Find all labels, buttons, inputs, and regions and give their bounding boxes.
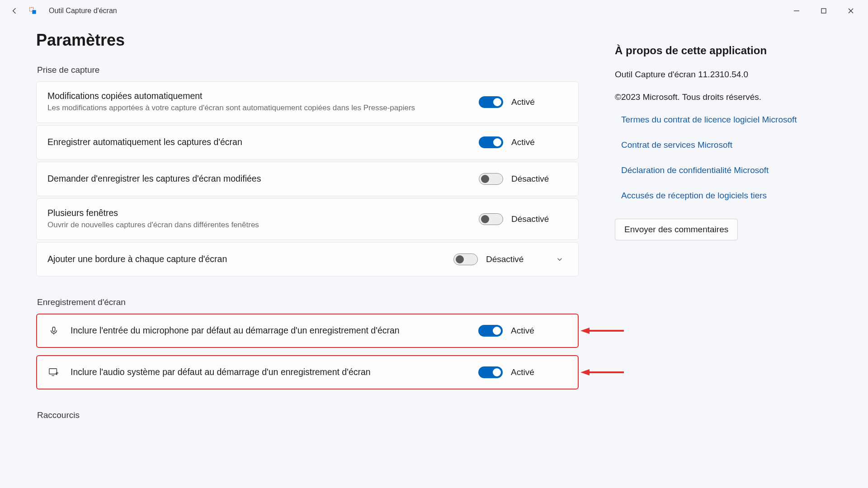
setting-auto-copy[interactable]: Modifications copiées automatiquement Le…	[36, 81, 579, 123]
microphone-icon	[48, 325, 60, 337]
main-column: Paramètres Prise de capture Modification…	[36, 31, 579, 427]
setting-auto-save[interactable]: Enregistrer automatiquement les captures…	[36, 125, 579, 160]
app-icon	[28, 6, 38, 16]
setting-text: Inclure l'audio système par défaut au dé…	[71, 367, 467, 377]
toggle-mic-default[interactable]	[478, 325, 503, 337]
chevron-down-icon	[556, 255, 564, 263]
toggle-ask-save-edited[interactable]	[479, 173, 503, 185]
svg-rect-9	[49, 369, 57, 374]
section-shortcuts-label: Raccourcis	[37, 410, 579, 420]
setting-title: Inclure l'audio système par défaut au dé…	[71, 367, 467, 377]
svg-marker-12	[580, 369, 590, 375]
toggle-label: Désactivé	[486, 254, 524, 264]
svg-marker-8	[580, 328, 590, 334]
setting-sysaudio-default[interactable]: Inclure l'audio système par défaut au dé…	[36, 355, 579, 389]
toggle-label: Activé	[511, 137, 535, 147]
setting-title: Demander d'enregistrer les captures d'éc…	[47, 174, 468, 184]
setting-mic-default[interactable]: Inclure l'entrée du microphone par défau…	[36, 314, 579, 348]
close-button[interactable]	[837, 2, 864, 20]
setting-title: Inclure l'entrée du microphone par défau…	[71, 325, 467, 336]
svg-rect-6	[52, 327, 55, 332]
svg-rect-3	[821, 9, 826, 13]
toggle-multi-window[interactable]	[479, 213, 503, 225]
toggle-label: Activé	[511, 326, 534, 336]
setting-text: Inclure l'entrée du microphone par défau…	[71, 325, 467, 336]
system-audio-icon	[48, 366, 60, 378]
recording-cards: Inclure l'entrée du microphone par défau…	[36, 314, 579, 389]
titlebar-left: Outil Capture d'écran	[9, 5, 783, 16]
setting-ask-save-edited[interactable]: Demander d'enregistrer les captures d'éc…	[36, 162, 579, 196]
toggle-add-border[interactable]	[453, 253, 478, 265]
toggle-label: Désactivé	[511, 174, 549, 184]
toggle-auto-save[interactable]	[479, 136, 503, 148]
about-copyright: ©2023 Microsoft. Tous droits réservés.	[615, 92, 832, 102]
setting-text: Plusieurs fenêtres Ouvrir de nouvelles c…	[47, 208, 468, 230]
titlebar: Outil Capture d'écran	[0, 0, 868, 22]
link-privacy[interactable]: Déclaration de confidentialité Microsoft	[621, 165, 832, 175]
setting-multi-window[interactable]: Plusieurs fenêtres Ouvrir de nouvelles c…	[36, 198, 579, 240]
svg-rect-1	[32, 10, 36, 14]
toggle-label: Activé	[511, 367, 534, 377]
about-column: À propos de cette application Outil Capt…	[615, 31, 832, 427]
setting-title: Plusieurs fenêtres	[47, 208, 468, 218]
arrow-left-icon	[10, 6, 19, 15]
window-controls	[783, 2, 864, 20]
minimize-icon	[793, 8, 800, 14]
expand-button[interactable]	[555, 255, 565, 263]
toggle-sysaudio-default[interactable]	[478, 366, 503, 378]
close-icon	[848, 8, 854, 14]
maximize-icon	[821, 8, 827, 14]
setting-title: Enregistrer automatiquement les captures…	[47, 137, 468, 147]
link-thirdparty[interactable]: Accusés de réception de logiciels tiers	[621, 191, 832, 201]
toggle-auto-copy[interactable]	[479, 96, 503, 108]
link-license-terms[interactable]: Termes du contrat de licence logiciel Mi…	[621, 115, 832, 125]
section-recording-label: Enregistrement d'écran	[37, 297, 579, 307]
setting-text: Demander d'enregistrer les captures d'éc…	[47, 174, 468, 184]
capture-cards: Modifications copiées automatiquement Le…	[36, 81, 579, 277]
link-services-agreement[interactable]: Contrat de services Microsoft	[621, 140, 832, 150]
section-capture-label: Prise de capture	[37, 65, 579, 75]
about-version: Outil Capture d'écran 11.2310.54.0	[615, 70, 832, 80]
minimize-button[interactable]	[783, 2, 810, 20]
window-title: Outil Capture d'écran	[49, 7, 117, 15]
setting-text: Enregistrer automatiquement les captures…	[47, 137, 468, 147]
send-feedback-button[interactable]: Envoyer des commentaires	[615, 219, 738, 240]
setting-text: Ajouter une bordure à chaque capture d'é…	[47, 254, 443, 264]
toggle-label: Désactivé	[511, 214, 549, 224]
about-heading: À propos de cette application	[615, 44, 832, 57]
setting-text: Modifications copiées automatiquement Le…	[47, 91, 468, 113]
page-title: Paramètres	[36, 31, 579, 50]
setting-title: Ajouter une bordure à chaque capture d'é…	[47, 254, 443, 264]
back-button[interactable]	[9, 5, 20, 16]
toggle-label: Activé	[511, 97, 535, 107]
setting-add-border[interactable]: Ajouter une bordure à chaque capture d'é…	[36, 242, 579, 277]
setting-subtitle: Ouvrir de nouvelles captures d'écran dan…	[47, 220, 418, 230]
about-links: Termes du contrat de licence logiciel Mi…	[615, 115, 832, 201]
setting-title: Modifications copiées automatiquement	[47, 91, 468, 101]
setting-subtitle: Les modifications apportées à votre capt…	[47, 103, 418, 113]
maximize-button[interactable]	[810, 2, 837, 20]
